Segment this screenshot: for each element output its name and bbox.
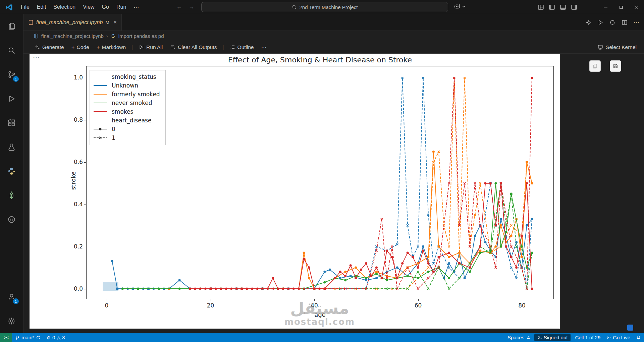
clear-outputs-label: Clear All Outputs	[178, 44, 217, 50]
copy-icon	[592, 63, 598, 69]
copy-output-button[interactable]	[589, 60, 601, 72]
nav-back-icon[interactable]: ←	[174, 3, 184, 11]
sidebar-item-accounts[interactable]: 1	[0, 285, 23, 309]
tab-label: final_machine_project.ipynb	[36, 19, 103, 25]
run-all-label: Run All	[146, 44, 163, 50]
legend-label: formerly smoked	[112, 91, 160, 98]
breadcrumb-file[interactable]: final_machine_project.ipynb	[41, 33, 104, 39]
chart-axes-wrap: 0204060800.00.20.40.60.81.0 smoking_stat…	[86, 66, 554, 299]
tab-final-machine-project[interactable]: final_machine_project.ipynb M ×	[23, 14, 122, 31]
customize-layout-icon[interactable]	[537, 4, 544, 11]
x-tick-label: 20	[207, 302, 214, 309]
more-actions-icon[interactable]: ⋯	[633, 19, 639, 26]
signed-out-status[interactable]: Signed out	[534, 334, 571, 341]
toggle-panel-icon[interactable]	[559, 4, 567, 11]
sidebar-item-mongodb[interactable]	[0, 183, 23, 207]
extensions-icon	[7, 118, 16, 127]
menu-go[interactable]: Go	[99, 2, 112, 12]
split-editor-icon[interactable]	[621, 19, 628, 26]
broadcast-icon	[606, 335, 611, 340]
y-axis-label: stroke	[70, 171, 77, 190]
y-tick-label: 0.0	[74, 285, 83, 292]
sidebar-item-extensions[interactable]	[0, 111, 23, 135]
legend-entry-row: formerly smoked	[93, 90, 160, 99]
breadcrumb-cell[interactable]: import pandas as pd	[118, 33, 164, 39]
generate-button[interactable]: Generate	[32, 43, 67, 52]
toggle-secondary-sidebar-icon[interactable]	[571, 4, 578, 11]
save-output-button[interactable]	[610, 60, 621, 72]
problems-status[interactable]: ⊘ 0 △ 3	[44, 333, 68, 342]
leaf-icon	[7, 191, 16, 200]
sidebar-item-source-control[interactable]: 1	[0, 62, 23, 87]
breadcrumb[interactable]: final_machine_project.ipynb › import pan…	[23, 31, 644, 41]
sidebar-item-run-debug[interactable]	[0, 87, 23, 111]
chart-title: Effect of Age, Smoking & Heart Disease o…	[86, 56, 554, 64]
beaker-icon	[7, 142, 16, 152]
cell-indicator[interactable]: Cell 1 of 29	[572, 333, 603, 342]
select-kernel-label: Select Kernel	[606, 44, 637, 50]
outline-label: Outline	[237, 44, 254, 50]
save-icon	[612, 63, 619, 69]
menu-file[interactable]: File	[17, 2, 33, 12]
copilot-button[interactable]	[453, 3, 466, 10]
editor-actions: ⋯	[585, 14, 639, 31]
menu-edit[interactable]: Edit	[34, 2, 50, 12]
clear-all-outputs-button[interactable]: Clear All Outputs	[167, 43, 220, 52]
error-count: 0	[52, 335, 55, 340]
add-markdown-button[interactable]: + Markdown	[94, 43, 129, 52]
x-tick-label: 40	[311, 302, 318, 309]
go-live-button[interactable]: Go Live	[603, 333, 633, 342]
scroll-indicator[interactable]	[627, 325, 633, 331]
legend-entry-row: 1	[93, 133, 160, 142]
minimize-button[interactable]	[598, 0, 613, 14]
x-tick-label: 80	[518, 302, 526, 309]
sidebar-item-chat[interactable]	[0, 207, 23, 231]
outline-button[interactable]: Outline	[227, 43, 257, 52]
indent-status[interactable]: Spaces: 4	[504, 333, 533, 342]
git-branch-status[interactable]: main*	[12, 333, 44, 342]
legend-label: heart_disease	[112, 117, 151, 124]
run-icon[interactable]	[597, 19, 604, 26]
remote-indicator[interactable]: ><	[0, 333, 12, 342]
x-axis-label: age	[86, 311, 554, 318]
tab-close-icon[interactable]: ×	[113, 19, 117, 26]
add-markdown-label: Markdown	[102, 44, 126, 50]
run-all-button[interactable]: Run All	[136, 43, 166, 52]
search-text: 2nd Term Machine Project	[300, 4, 358, 10]
legend-label: 1	[112, 134, 115, 141]
error-icon: ⊘	[47, 335, 51, 340]
cell-more-actions[interactable]: ⋯	[33, 54, 40, 61]
search-sidebar-icon	[7, 46, 16, 55]
clear-outputs-icon	[170, 44, 176, 50]
menu-more[interactable]: ⋯	[130, 2, 142, 12]
menu-selection[interactable]: Selection	[50, 2, 79, 12]
legend-entry-row: 0	[93, 125, 160, 133]
menu-run[interactable]: Run	[113, 2, 129, 12]
legend-line-sample	[93, 100, 108, 106]
notifications-bell[interactable]	[633, 333, 644, 342]
sidebar-item-explorer[interactable]	[0, 14, 23, 38]
title-bar: File Edit Selection View Go Run ⋯ ← → 2n…	[0, 0, 644, 14]
nav-forward-icon[interactable]: →	[186, 3, 197, 11]
sidebar-item-python[interactable]	[0, 159, 23, 183]
sidebar-item-testing[interactable]	[0, 135, 23, 159]
legend-line-sample	[93, 109, 108, 114]
run-debug-icon	[7, 94, 16, 103]
select-kernel-button[interactable]: Select Kernel	[597, 44, 637, 50]
command-center-search[interactable]: 2nd Term Machine Project	[201, 2, 448, 12]
restart-kernel-icon[interactable]	[609, 19, 616, 26]
toggle-sidebar-icon[interactable]	[548, 4, 555, 11]
maximize-button[interactable]	[613, 0, 629, 14]
sidebar-item-search[interactable]	[0, 38, 23, 62]
toolbar-more-button[interactable]: ⋯	[258, 43, 270, 52]
notebook-settings-icon[interactable]	[585, 19, 592, 26]
x-tick-label: 60	[415, 302, 422, 309]
close-button[interactable]	[629, 0, 644, 14]
menu-view[interactable]: View	[79, 2, 98, 12]
run-all-icon	[139, 44, 144, 50]
add-code-button[interactable]: + Code	[68, 43, 92, 52]
y-tick-label: 1.0	[74, 74, 83, 81]
signed-out-label: Signed out	[544, 335, 568, 340]
sidebar-item-settings[interactable]	[0, 309, 23, 333]
tab-bar: final_machine_project.ipynb M × ⋯	[23, 14, 644, 31]
